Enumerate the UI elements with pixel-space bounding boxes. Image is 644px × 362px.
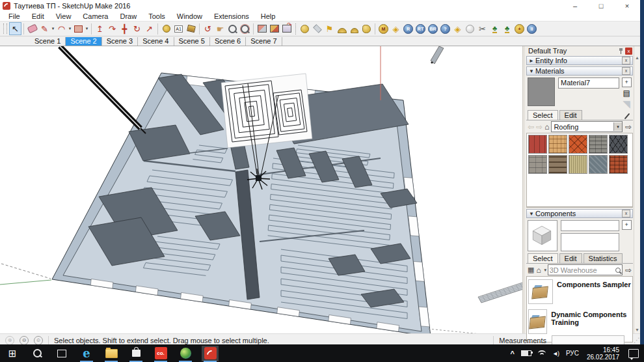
geolocation-icon[interactable]: ⊕	[5, 336, 14, 345]
materials-tab-select[interactable]: Select	[528, 110, 558, 120]
component-preview[interactable]	[528, 220, 557, 251]
swatch-red-metal-roofing[interactable]	[528, 135, 547, 154]
pushpull-tool-icon[interactable]: ↥	[94, 22, 106, 35]
swatch-blue-gray-slate[interactable]	[589, 155, 608, 174]
supply-pipe[interactable]	[60, 46, 146, 133]
minimize-button[interactable]: –	[562, 0, 588, 12]
extension-m-icon[interactable]: M	[377, 22, 390, 35]
menu-draw[interactable]: Draw	[114, 12, 142, 20]
scale-tool-icon[interactable]: ↗	[143, 22, 155, 35]
tag-gold-2-icon[interactable]: ◈	[451, 22, 464, 35]
folder-tile[interactable]	[528, 279, 553, 304]
tray-close-icon[interactable]: x	[625, 48, 632, 55]
arc-tool-icon[interactable]: ◠	[55, 22, 68, 35]
expanded-arrow-icon[interactable]: ▼	[529, 68, 535, 74]
language-indicator[interactable]: РУС	[566, 350, 579, 357]
tape-measure-tool-icon[interactable]	[160, 22, 172, 35]
extension-br-icon[interactable]: BR	[427, 22, 439, 35]
zoom-tool-icon[interactable]	[226, 22, 239, 35]
wifi-icon[interactable]	[538, 350, 546, 356]
orbit-tool-icon[interactable]: ↺	[202, 22, 214, 35]
component-item-label[interactable]: Components Sampler	[557, 281, 631, 304]
tag-gold-icon[interactable]: ◈	[390, 22, 402, 35]
back-icon[interactable]: ⇦	[528, 122, 534, 132]
components-header[interactable]: ▼ Components x	[526, 209, 633, 218]
material-preview[interactable]	[528, 77, 555, 106]
swatch-thatch[interactable]	[569, 155, 587, 174]
rectangle-tool-dropdown-icon[interactable]: ▾	[85, 26, 89, 31]
scroll-down-icon[interactable]: ▼	[635, 327, 639, 332]
material-collection-dropdown[interactable]: Roofing ▾	[551, 121, 623, 132]
forward-icon[interactable]: ⇨	[536, 122, 543, 132]
swatch-dark-scalloped-tiles[interactable]	[609, 135, 628, 154]
credits-icon[interactable]: ⊖	[20, 336, 29, 345]
entity-info-close-icon[interactable]: x	[622, 57, 630, 64]
move-tool-icon[interactable]: ╋	[118, 22, 131, 35]
text-tool-icon[interactable]: A1	[172, 22, 185, 35]
resize-grip[interactable]: ⋰	[634, 337, 640, 344]
components-tab-select[interactable]: Select	[528, 253, 558, 263]
pause-extension-icon[interactable]: II	[526, 22, 538, 35]
list-item[interactable]: Components Sampler	[528, 279, 631, 304]
sphere-white-icon[interactable]	[464, 22, 476, 35]
store-taskbar-icon[interactable]	[127, 346, 144, 361]
swatch-orange-diamond-tiles[interactable]	[569, 135, 587, 154]
clock[interactable]: 16:45 26.02.2017	[587, 346, 619, 361]
material-name-field[interactable]: Material7	[558, 77, 619, 89]
component-name-field[interactable]	[561, 220, 619, 231]
rock-tool-icon[interactable]	[360, 22, 373, 35]
sandbox-from-contours-icon[interactable]	[311, 22, 323, 35]
swatch-brown-shakes[interactable]	[548, 155, 567, 174]
extension-rt-icon[interactable]: RT	[414, 22, 427, 35]
tab-scene-6[interactable]: Scene 6	[210, 37, 246, 46]
tab-scene-2[interactable]: Scene 2	[66, 37, 101, 46]
scissors-tool-icon[interactable]: ✂	[476, 22, 489, 35]
list-item[interactable]: Dynamic Components Training	[528, 309, 631, 334]
menu-tools[interactable]: Tools	[142, 12, 171, 20]
tab-scene-3[interactable]: Scene 3	[102, 37, 138, 46]
tab-scene-7[interactable]: Scene 7	[246, 37, 282, 46]
collapsed-arrow-icon[interactable]: ►	[529, 58, 535, 64]
extension-r-icon[interactable]: R	[402, 22, 414, 35]
file-explorer-taskbar-icon[interactable]	[103, 346, 120, 361]
tab-scene-5[interactable]: Scene 5	[174, 37, 210, 46]
measurements-input[interactable]	[552, 335, 624, 345]
materials-header[interactable]: ▼ Materials x	[526, 66, 633, 76]
rotate-tool-icon[interactable]: ↻	[131, 22, 143, 35]
rectangle-tool-icon[interactable]	[72, 22, 85, 35]
component-add-button[interactable]: +	[622, 220, 632, 230]
sketchup-taskbar-icon[interactable]	[202, 346, 219, 361]
swatch-gray-slate[interactable]	[528, 155, 547, 174]
trees-tool-2-icon[interactable]: ♣	[501, 22, 513, 35]
sample-paint-icon[interactable]: ◥	[623, 100, 630, 108]
title-bar[interactable]: Таутиева ТП - SketchUp Make 2016 – □ ×	[0, 0, 640, 12]
arc-tool-dropdown-icon[interactable]: ▾	[68, 26, 72, 31]
dome-tool-icon[interactable]	[336, 22, 348, 35]
pan-tool-icon[interactable]: ☛	[214, 22, 226, 35]
front-view-style-icon[interactable]	[256, 22, 268, 35]
paint-bucket-tool-icon[interactable]	[185, 22, 197, 35]
components-pane-icon[interactable]: ⇨	[625, 266, 632, 275]
menu-help[interactable]: Help	[255, 12, 282, 20]
battery-icon[interactable]	[521, 350, 531, 356]
expanded-arrow-icon[interactable]: ▼	[529, 211, 535, 217]
toolbar-drag-handle[interactable]	[3, 23, 7, 34]
globe-app-taskbar-icon[interactable]	[177, 346, 194, 361]
followme-tool-icon[interactable]: ↷	[106, 22, 118, 35]
folder-tile[interactable]	[528, 309, 547, 334]
zoom-extents-tool-icon[interactable]	[239, 22, 251, 35]
component-description-field[interactable]	[561, 233, 619, 251]
task-view-button[interactable]	[53, 346, 70, 361]
start-button[interactable]: ⊞	[4, 346, 21, 361]
materials-tab-edit[interactable]: Edit	[559, 110, 582, 120]
drawing-viewport[interactable]	[0, 46, 522, 333]
model-viewport[interactable]	[0, 46, 522, 333]
mesh-roll-object[interactable]	[478, 282, 522, 303]
volume-icon[interactable]: ◄)	[552, 350, 559, 357]
scroll-up-icon[interactable]: ▲	[635, 55, 639, 60]
shadows-style-icon[interactable]	[268, 22, 280, 35]
components-close-icon[interactable]: x	[622, 210, 630, 217]
sandbox-sphere-icon[interactable]	[299, 22, 311, 35]
trees-tool-icon[interactable]: ♣	[489, 22, 501, 35]
home-icon[interactable]: ⌂	[544, 122, 549, 132]
